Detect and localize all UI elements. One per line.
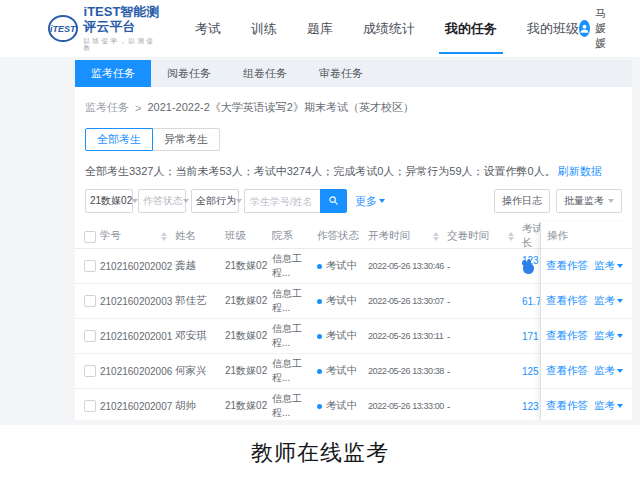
filter-toolbar: 21数媒02 作答状态 全部行为 [85, 189, 622, 213]
cell-class: 21数媒02 [225, 399, 272, 413]
row-checkbox[interactable] [84, 365, 96, 377]
status-text: 考试中 [326, 329, 358, 343]
user-menu[interactable]: 马媛媛 [579, 6, 615, 51]
exam-stats-line: 全部考生3327人；当前未考53人；考试中3274人；完成考试0人；异常行为59… [85, 164, 622, 179]
cell-start-time: 2022-05-26 13:33:00 [368, 401, 447, 411]
status-text: 考试中 [326, 399, 358, 413]
answer-status-select[interactable]: 作答状态 [138, 189, 186, 213]
select-all-checkbox[interactable] [84, 231, 96, 243]
refresh-data-link[interactable]: 刷新数据 [558, 165, 602, 177]
tab-paper-assembly[interactable]: 组卷任务 [227, 60, 303, 87]
class-filter-value: 21数媒02 [90, 194, 132, 208]
row-checkbox[interactable] [84, 260, 96, 272]
search-icon [328, 194, 339, 209]
chevron-down-icon [183, 199, 189, 203]
invigilate-link[interactable]: 监考 [594, 294, 623, 308]
chevron-down-icon [617, 299, 623, 303]
batch-invigilate-label: 批量监考 [564, 194, 604, 208]
col-submit-time: 交卷时间 [447, 229, 489, 243]
answer-status-placeholder: 作答状态 [143, 194, 183, 208]
cell-student-id: 2102160202007 [100, 401, 175, 412]
tab-invigilation[interactable]: 监考任务 [75, 60, 151, 87]
search-input[interactable] [244, 189, 320, 213]
invigilate-label: 监考 [594, 399, 615, 413]
view-answers-link[interactable]: 查看作答 [546, 399, 588, 413]
chevron-down-icon [617, 404, 623, 408]
nav-question-bank[interactable]: 题库 [307, 20, 333, 38]
table-row: 2102160202002 龚越 21数媒02 信息工程... 考试中 2022… [75, 249, 540, 284]
cell-class: 21数媒02 [225, 294, 272, 308]
col-start-time: 开考时间 [368, 229, 410, 243]
nav-exam[interactable]: 考试 [195, 20, 221, 38]
cell-class: 21数媒02 [225, 259, 272, 273]
cell-name: 龚越 [175, 259, 225, 273]
col-name: 姓名 [175, 229, 225, 243]
cell-name: 胡帅 [175, 399, 225, 413]
col-duration: 考试时长 [522, 222, 540, 250]
breadcrumb-root[interactable]: 监考任务 [85, 100, 129, 115]
cell-start-time: 2022-05-26 13:30:38 [368, 366, 447, 376]
row-actions: 查看作答 监考 [541, 389, 632, 420]
content-area: 监考任务 阅卷任务 组卷任务 审卷任务 监考任务 > 2021-2022-2《大… [0, 57, 640, 425]
row-actions: 查看作答 监考 [541, 319, 632, 354]
row-checkbox[interactable] [84, 400, 96, 412]
nav-my-tasks[interactable]: 我的任务 [445, 20, 497, 38]
table-row: 2102160202006 何家兴 21数媒02 信息工程... 考试中 202… [75, 354, 540, 389]
status-dot [317, 404, 322, 409]
cell-duration: 123 [522, 401, 540, 412]
cell-duration: 61.7 [522, 296, 540, 307]
invigilate-label: 监考 [594, 259, 615, 273]
sort-icon[interactable] [433, 232, 439, 241]
student-view-toggle: 全部考生 异常考生 [85, 128, 220, 151]
abnormal-students-button[interactable]: 异常考生 [152, 128, 220, 151]
invigilate-link[interactable]: 监考 [594, 329, 623, 343]
cell-student-id: 2102160202001 [100, 331, 175, 342]
invigilate-link[interactable]: 监考 [594, 259, 623, 273]
nav-score-stats[interactable]: 成绩统计 [363, 20, 415, 38]
view-answers-link[interactable]: 查看作答 [546, 364, 588, 378]
col-status: 作答状态 [317, 229, 368, 243]
view-answers-link[interactable]: 查看作答 [546, 259, 588, 273]
student-search [244, 189, 347, 213]
invigilate-link[interactable]: 监考 [594, 399, 623, 413]
behavior-filter-select[interactable]: 全部行为 [191, 189, 239, 213]
table-header-row: 学号 姓名 班级 院系 作答状态 开考时间 [75, 222, 540, 249]
cell-class: 21数媒02 [225, 329, 272, 343]
more-filters-link[interactable]: 更多 [355, 194, 385, 209]
main-nav: 考试 训练 题库 成绩统计 我的任务 我的班级 [195, 20, 579, 38]
itest-logo-icon: iTEST [48, 15, 78, 42]
breadcrumb-separator: > [135, 102, 141, 114]
sort-icon[interactable] [508, 232, 514, 241]
view-answers-link[interactable]: 查看作答 [546, 294, 588, 308]
cell-submit-time: - [447, 401, 522, 412]
nav-training[interactable]: 训练 [251, 20, 277, 38]
cell-start-time: 2022-05-26 13:30:07 [368, 296, 447, 306]
breadcrumb: 监考任务 > 2021-2022-2《大学英语读写2》期末考试（英才校区） [85, 100, 622, 115]
figure-caption: 教师在线监考 [0, 425, 640, 480]
cell-dept: 信息工程... [272, 322, 317, 350]
sort-icon[interactable] [161, 232, 167, 241]
logo[interactable]: iTEST iTEST智能测评云平台 以练促学，以测促教 [48, 5, 163, 52]
chevron-down-icon [617, 369, 623, 373]
tab-grading[interactable]: 阅卷任务 [151, 60, 227, 87]
nav-my-classes[interactable]: 我的班级 [527, 20, 579, 38]
tab-paper-review[interactable]: 审卷任务 [303, 60, 379, 87]
cell-name: 郭佳艺 [175, 294, 225, 308]
operation-log-button[interactable]: 操作日志 [494, 189, 550, 213]
chevron-down-icon [236, 199, 242, 203]
row-checkbox[interactable] [84, 330, 96, 342]
task-tabs: 监考任务 阅卷任务 组卷任务 审卷任务 [75, 60, 632, 87]
behavior-filter-value: 全部行为 [196, 194, 236, 208]
cell-dept: 信息工程... [272, 357, 317, 385]
row-checkbox[interactable] [84, 295, 96, 307]
panel-body: 监考任务 > 2021-2022-2《大学英语读写2》期末考试（英才校区） 全部… [75, 100, 632, 420]
toolbar-right-buttons: 操作日志 批量监考 [494, 189, 622, 213]
status-dot [317, 334, 322, 339]
view-answers-link[interactable]: 查看作答 [546, 329, 588, 343]
invigilate-link[interactable]: 监考 [594, 364, 623, 378]
batch-invigilate-button[interactable]: 批量监考 [556, 189, 622, 213]
class-filter-select[interactable]: 21数媒02 [85, 189, 133, 213]
table-scroll-area[interactable]: 学号 姓名 班级 院系 作答状态 开考时间 [75, 222, 540, 420]
search-button[interactable] [320, 189, 347, 213]
all-students-button[interactable]: 全部考生 [85, 128, 153, 151]
